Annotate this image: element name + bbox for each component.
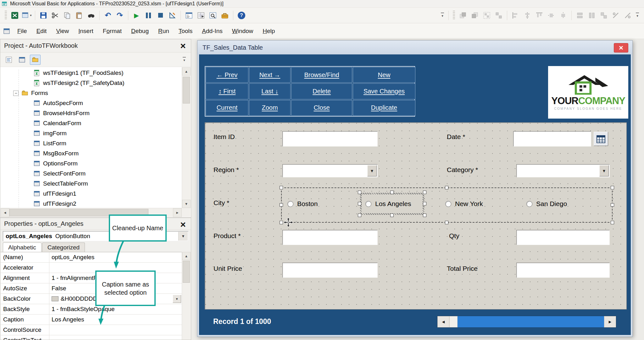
resize-handle[interactable]: [611, 221, 614, 224]
center-vertically-icon[interactable]: [558, 9, 569, 21]
zoom-button[interactable]: Zoom: [249, 100, 291, 116]
properties-vertical-scrollbar[interactable]: ▲: [182, 252, 191, 340]
qty-input[interactable]: [516, 230, 610, 245]
next-button[interactable]: Next →: [249, 67, 291, 83]
userform-window-icon[interactable]: [3, 28, 10, 35]
tree-item-form[interactable]: MsgBoxForm: [1, 148, 182, 159]
current-button[interactable]: Current: [206, 100, 248, 116]
tree-item-form[interactable]: SelectTableForm: [1, 179, 182, 189]
tree-scroll-thumb[interactable]: [183, 77, 190, 103]
scroll-up-icon[interactable]: ▲: [182, 252, 191, 260]
scroll-left-icon[interactable]: ◄: [1, 208, 9, 217]
scroll-right-icon[interactable]: ►: [604, 316, 616, 327]
resize-handle[interactable]: [358, 202, 361, 205]
copy-icon[interactable]: [62, 9, 73, 21]
design-mode-icon[interactable]: [167, 9, 178, 21]
record-scroll-thumb[interactable]: [449, 316, 458, 327]
resize-handle[interactable]: [280, 221, 283, 224]
resize-handle[interactable]: [358, 214, 361, 217]
panel-options-icon[interactable]: ▾: [181, 54, 188, 66]
bring-to-front-icon[interactable]: [457, 9, 469, 21]
menu-run[interactable]: Run: [153, 25, 174, 38]
radio-icon[interactable]: [445, 201, 451, 207]
tab-alphabetic[interactable]: Alphabetic: [3, 242, 42, 252]
resize-handle[interactable]: [445, 221, 448, 224]
property-row[interactable]: ControlSource: [1, 325, 182, 335]
option-san-diego[interactable]: San Diego: [526, 200, 567, 208]
toolbar-drag-handle[interactable]: [453, 11, 455, 20]
toolbar-options-icon[interactable]: ▾: [634, 9, 641, 21]
menu-debug[interactable]: Debug: [126, 25, 153, 38]
record-scrollbar[interactable]: ◄ ►: [437, 316, 616, 328]
project-explorer-icon[interactable]: [183, 9, 195, 21]
close-icon[interactable]: ×: [177, 219, 189, 230]
paste-icon[interactable]: [74, 9, 85, 21]
resize-handle[interactable]: [611, 203, 614, 207]
find-icon[interactable]: [86, 9, 97, 21]
tree-item-forms-folder[interactable]: − Forms: [1, 88, 182, 98]
resize-handle[interactable]: [390, 214, 394, 217]
collapse-icon[interactable]: −: [13, 91, 19, 96]
menu-insert[interactable]: Insert: [74, 25, 98, 38]
tree-item-form[interactable]: ListForm: [1, 138, 182, 148]
unit-price-input[interactable]: [282, 263, 378, 278]
menu-format[interactable]: Format: [98, 25, 126, 38]
property-row[interactable]: (Name)optLos_Angeles: [1, 252, 182, 263]
toolbar-options-icon[interactable]: ▾: [439, 9, 446, 21]
align-tops-icon[interactable]: [534, 9, 545, 21]
total-price-input[interactable]: [516, 263, 610, 278]
category-combobox[interactable]: ▼: [516, 164, 610, 177]
insert-userform-icon[interactable]: ▾: [21, 9, 32, 21]
option-boston[interactable]: Boston: [287, 200, 318, 208]
resize-handle[interactable]: [280, 203, 283, 207]
resize-handle[interactable]: [611, 186, 614, 189]
toolbar-drag-handle[interactable]: [5, 11, 7, 20]
undo-icon[interactable]: ↶: [102, 9, 114, 21]
tree-item-form[interactable]: CalendarForm: [1, 118, 182, 128]
radio-icon[interactable]: [365, 201, 371, 207]
view-code-icon[interactable]: [3, 55, 14, 65]
resize-handle[interactable]: [358, 191, 361, 194]
object-browser-icon[interactable]: [207, 9, 219, 21]
align-lefts-icon[interactable]: [510, 9, 521, 21]
scroll-left-icon[interactable]: ◄: [437, 316, 449, 327]
make-same-width-icon[interactable]: [574, 9, 586, 21]
run-sub-icon[interactable]: ▶: [131, 9, 142, 21]
ungroup-icon[interactable]: [493, 9, 504, 21]
resize-handle[interactable]: [423, 191, 426, 194]
scroll-up-icon[interactable]: ▲: [182, 67, 191, 75]
tree-item-form[interactable]: ufTFdesign1: [1, 189, 182, 199]
date-input[interactable]: [513, 131, 591, 147]
tab-categorized[interactable]: Categorized: [42, 242, 85, 252]
selected-control-los-angeles[interactable]: Los Angeles: [360, 193, 424, 215]
prev-button[interactable]: ← Prev: [206, 67, 248, 83]
make-same-size-icon[interactable]: [598, 9, 609, 21]
align-centers-icon[interactable]: [522, 9, 533, 21]
combobox-dropdown-icon[interactable]: ▼: [178, 232, 188, 241]
property-row[interactable]: ControlTipText: [1, 335, 182, 340]
group-icon[interactable]: [481, 9, 492, 21]
option-los-angeles[interactable]: Los Angeles: [362, 194, 423, 213]
reset-icon[interactable]: [155, 9, 166, 21]
properties-scroll-thumb[interactable]: [183, 261, 190, 283]
userform-titlebar[interactable]: TF_Sales_Data Table ×: [197, 41, 632, 54]
city-options-frame[interactable]: Boston Los Angeles: [281, 187, 613, 223]
menu-view[interactable]: View: [51, 25, 74, 38]
break-icon[interactable]: [143, 9, 154, 21]
scroll-down-icon[interactable]: ▼: [182, 200, 191, 208]
region-combobox[interactable]: ▼: [282, 164, 378, 177]
radio-icon[interactable]: [287, 201, 293, 207]
zoom-in-icon[interactable]: [610, 9, 621, 21]
resize-handle[interactable]: [423, 214, 426, 217]
tree-item-form[interactable]: imgForm: [1, 128, 182, 138]
option-new-york[interactable]: New York: [445, 200, 483, 208]
redo-icon[interactable]: ↷: [114, 9, 125, 21]
send-to-back-icon[interactable]: [469, 9, 480, 21]
save-changes-button[interactable]: Save Changes: [353, 83, 415, 99]
property-row[interactable]: CaptionLos Angeles: [1, 315, 182, 325]
combobox-dropdown-icon[interactable]: ▼: [599, 165, 609, 176]
record-scroll-track[interactable]: [458, 316, 604, 327]
radio-icon[interactable]: [526, 201, 532, 207]
last-button[interactable]: Last ↓: [249, 83, 291, 99]
backcolor-dropdown-icon[interactable]: ▾: [173, 295, 181, 303]
